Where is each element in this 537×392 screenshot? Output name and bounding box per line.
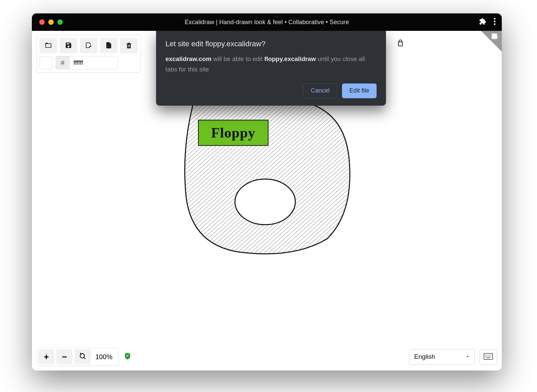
keyboard-shortcuts-button[interactable] — [480, 349, 497, 365]
lock-icon[interactable] — [396, 39, 404, 48]
chevron-up-icon — [465, 353, 470, 360]
language-selected: English — [414, 353, 435, 360]
zoom-in-button[interactable]: + — [38, 349, 54, 364]
close-window-button[interactable] — [39, 19, 45, 25]
save-button[interactable] — [60, 38, 77, 53]
encryption-shield-icon[interactable] — [124, 352, 132, 361]
svg-point-6 — [80, 353, 85, 358]
cancel-button[interactable]: Cancel — [303, 83, 337, 98]
dialog-domain: excalidraw.com — [165, 55, 211, 62]
browser-menu-icon[interactable] — [494, 18, 496, 26]
zoom-reset-icon — [79, 352, 86, 362]
dialog-body: excalidraw.com will be able to edit flop… — [165, 54, 377, 75]
dialog-text-1: will be able to edit — [211, 55, 264, 62]
zoom-percent[interactable]: 100% — [94, 353, 117, 361]
floppy-hole — [235, 179, 295, 225]
export-button[interactable] — [100, 38, 117, 53]
language-select[interactable]: English — [409, 349, 475, 365]
color-swatch[interactable] — [40, 56, 52, 69]
edit-file-button[interactable]: Edit file — [342, 83, 377, 98]
titlebar-right — [479, 18, 496, 26]
dialog-title: Let site edit floppy.excalidraw? — [165, 40, 377, 48]
hash-label: # — [56, 56, 69, 69]
zoom-reset-button[interactable] — [75, 349, 91, 364]
zoom-controls: + − 100% — [37, 348, 119, 366]
dialog-actions: Cancel Edit file — [165, 83, 377, 98]
file-permission-dialog: Let site edit floppy.excalidraw? excalid… — [156, 31, 386, 106]
window-controls — [39, 19, 63, 25]
zoom-out-button[interactable]: − — [56, 349, 72, 364]
floppy-label[interactable]: Floppy — [198, 120, 268, 146]
trash-icon — [125, 42, 133, 50]
save-as-button[interactable] — [80, 38, 97, 53]
toolbar-row-1 — [40, 38, 138, 53]
minimize-window-button[interactable] — [48, 19, 54, 25]
bottom-right-controls: English — [409, 349, 497, 365]
plus-icon: + — [44, 352, 49, 362]
canvas-drawing[interactable] — [173, 91, 361, 257]
page-title: Excalidraw | Hand-drawn look & feel • Co… — [185, 19, 349, 26]
folder-open-icon — [45, 42, 52, 50]
background-color-row: # — [40, 56, 138, 69]
export-icon — [105, 42, 112, 50]
maximize-window-button[interactable] — [57, 19, 63, 25]
dialog-filename: floppy.excalidraw — [264, 55, 316, 62]
titlebar: Excalidraw | Hand-drawn look & feel • Co… — [32, 13, 502, 31]
plug-icon — [492, 34, 499, 42]
svg-point-2 — [494, 23, 496, 25]
extensions-icon[interactable] — [479, 18, 486, 26]
hex-color-input[interactable] — [69, 56, 118, 69]
browser-window: Excalidraw | Hand-drawn look & feel • Co… — [32, 13, 502, 371]
keyboard-icon — [484, 353, 493, 361]
save-icon — [65, 42, 72, 50]
open-button[interactable] — [40, 38, 57, 53]
svg-point-0 — [494, 18, 496, 20]
delete-button[interactable] — [120, 38, 138, 53]
file-toolbar: # — [37, 35, 141, 72]
save-edit-icon — [85, 42, 92, 50]
app-area: # Floppy — [32, 31, 502, 371]
svg-point-1 — [494, 21, 496, 22]
bottom-bar: + − 100% En — [37, 348, 497, 366]
minus-icon: − — [62, 352, 67, 362]
